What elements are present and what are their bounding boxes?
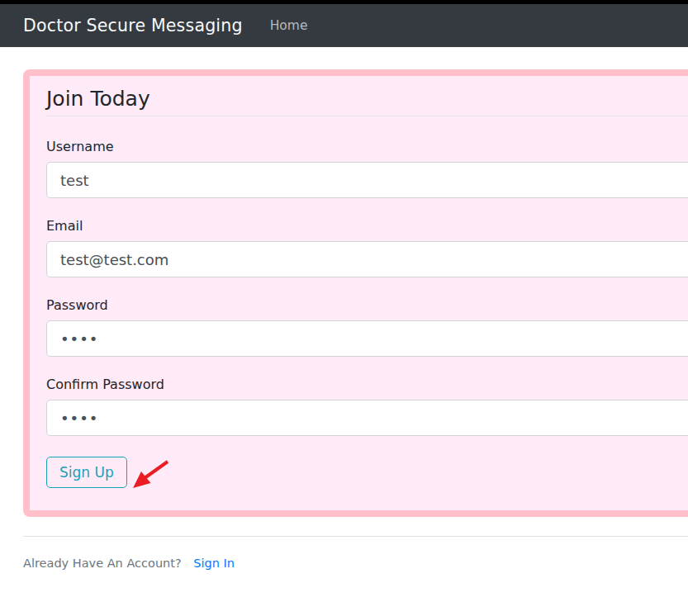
card-title: Join Today [46, 87, 688, 116]
form-group-username: Username [46, 139, 688, 198]
red-arrow-annotation-icon [130, 457, 170, 490]
sign-in-link[interactable]: Sign In [193, 557, 235, 570]
navbar: Doctor Secure Messaging Home [0, 4, 688, 47]
password-label: Password [46, 297, 688, 313]
footer: Already Have An Account? Sign In [23, 557, 688, 570]
email-input[interactable] [46, 241, 688, 277]
footer-prompt: Already Have An Account? [23, 557, 182, 570]
username-input[interactable] [46, 162, 688, 198]
email-label: Email [46, 218, 688, 234]
form-group-password: Password [46, 297, 688, 357]
submit-row: Sign Up [46, 456, 688, 489]
confirm-password-label: Confirm Password [46, 377, 688, 392]
form-group-email: Email [46, 218, 688, 277]
confirm-password-input[interactable] [46, 400, 688, 436]
signup-form: Username Email Password Confirm Password… [46, 139, 688, 489]
main-container: Join Today Username Email Password Confi… [23, 69, 688, 570]
nav-link-home[interactable]: Home [270, 18, 308, 33]
username-label: Username [46, 139, 688, 154]
navbar-brand[interactable]: Doctor Secure Messaging [23, 16, 243, 36]
signup-card: Join Today Username Email Password Confi… [23, 69, 688, 517]
footer-divider [23, 536, 688, 537]
form-group-confirm-password: Confirm Password [46, 377, 688, 436]
sign-up-button[interactable]: Sign Up [46, 457, 127, 488]
password-input[interactable] [46, 320, 688, 357]
